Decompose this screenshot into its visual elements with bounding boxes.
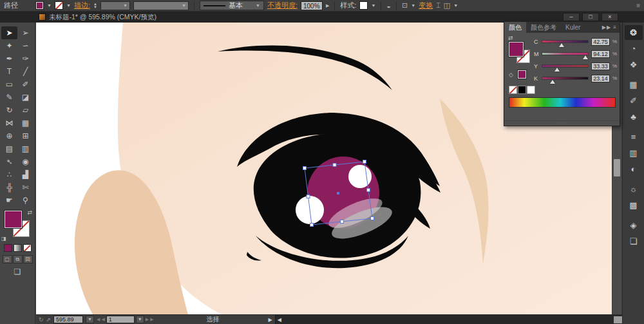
ink-brush-tool[interactable]: ✑ <box>17 52 33 65</box>
selection-center-point[interactable] <box>337 192 339 195</box>
mesh-tool[interactable]: ▤ <box>1 142 17 155</box>
slider-value-field[interactable]: 33.33 <box>591 62 610 70</box>
history-icon[interactable]: ↻ <box>39 316 44 323</box>
rotate-tool[interactable]: ↻ <box>1 104 17 117</box>
handle-bottom-center[interactable] <box>341 220 344 224</box>
last-artboard-icon[interactable]: ▶ <box>150 317 153 322</box>
stepper-down-icon[interactable]: ▼ <box>93 6 97 9</box>
previous-artboard-icon[interactable]: ◀ <box>101 317 104 322</box>
toolbar-fill-swatch[interactable] <box>5 211 22 228</box>
line-segment-tool[interactable]: ╱ <box>17 65 33 78</box>
artboard-number-field[interactable]: 1 <box>106 316 135 323</box>
none-mode-button[interactable] <box>23 244 32 252</box>
column-graph-tool[interactable]: ▟ <box>17 168 33 181</box>
screen-mode-button[interactable]: ❏ <box>12 267 23 278</box>
style-dropdown-icon[interactable]: ▼ <box>371 3 375 8</box>
panel-resize-grip[interactable]: ····· <box>504 120 620 126</box>
slider-value-field[interactable]: 23.14 <box>591 75 610 82</box>
gradient-panel-icon[interactable]: ▥ <box>625 146 643 160</box>
layers-panel-icon[interactable]: ◈ <box>625 218 643 233</box>
slider-thumb[interactable] <box>550 80 555 84</box>
zoom-level-field[interactable]: 595.89 <box>53 316 83 323</box>
handle-middle-left[interactable] <box>307 195 310 198</box>
opacity-dropdown-icon[interactable]: ▶ <box>326 3 329 8</box>
slider-track-c[interactable] <box>542 40 589 43</box>
collapse-panel-icon[interactable]: ▶▶ <box>602 24 611 30</box>
kuler-panel-icon[interactable]: ❖ <box>625 57 643 72</box>
next-artboard-icon[interactable]: ▶ <box>146 317 149 322</box>
artboard-dropdown-button[interactable]: ▼ <box>136 316 144 323</box>
draw-behind-button[interactable]: ⧉ <box>13 255 23 263</box>
handle-middle-right[interactable] <box>367 189 370 192</box>
symbols-panel-icon[interactable]: ♣ <box>625 110 643 124</box>
status-expand-icon[interactable]: ▶ <box>269 317 272 323</box>
graphic-styles-panel-icon[interactable]: ▩ <box>625 198 643 213</box>
stroke-weight-dropdown[interactable]: ▼ <box>100 1 130 10</box>
panel-menu-icon[interactable]: ≡ <box>613 24 617 30</box>
pen-tool[interactable]: ✒ <box>1 52 17 65</box>
eyedropper-tool[interactable]: ➴ <box>1 155 17 168</box>
swatches-panel-icon[interactable]: ▦ <box>625 77 643 92</box>
stroke-dropdown-icon[interactable]: ▼ <box>66 3 71 8</box>
handle-bottom-right[interactable] <box>371 217 374 220</box>
slider-thumb[interactable] <box>583 55 588 59</box>
shape-builder-tool[interactable]: ⊕ <box>1 129 17 142</box>
color-panel-icon[interactable]: ❂ <box>625 25 643 40</box>
scroll-left-icon[interactable]: ◀ <box>278 317 281 323</box>
highlight-circle-small[interactable] <box>348 165 372 188</box>
magic-wand-tool[interactable]: ✦ <box>1 39 17 52</box>
slider-track-y[interactable] <box>542 64 589 68</box>
type-tool[interactable]: T <box>1 65 17 78</box>
gradient-mode-button[interactable] <box>14 244 22 252</box>
slice-tool[interactable]: ✄ <box>17 181 33 194</box>
slider-track-m[interactable] <box>542 52 589 55</box>
paintbrush-tool[interactable]: ✐ <box>17 78 33 91</box>
slider-thumb[interactable] <box>559 43 564 47</box>
slider-value-field[interactable]: 42.75 <box>591 38 610 46</box>
draw-normal-button[interactable]: ▢ <box>3 255 12 263</box>
swap-fill-stroke-icon[interactable]: ⇄ <box>27 209 32 216</box>
handle-top-left[interactable] <box>303 167 307 170</box>
panel-swap-fill-stroke-icon[interactable]: ⇄ <box>508 35 513 41</box>
stroke-color-swatch[interactable] <box>55 1 63 10</box>
tab-kuler[interactable]: Kuler <box>561 22 585 33</box>
artboards-panel-icon[interactable]: ❏ <box>625 234 643 249</box>
gradient-tool[interactable]: ▥ <box>17 142 33 155</box>
stroke-panel-icon[interactable]: ≡ <box>625 129 643 144</box>
align-dropdown-icon[interactable]: ▼ <box>453 3 458 8</box>
color-mode-button[interactable] <box>4 244 12 252</box>
perspective-grid-tool[interactable]: ⊞ <box>17 129 33 142</box>
hand-tool[interactable]: ☛ <box>1 194 17 207</box>
recolor-artwork-icon[interactable]: ◒ <box>386 2 391 10</box>
stroke-weight-stepper[interactable]: ▲ ▼ <box>93 3 97 9</box>
first-artboard-icon[interactable]: ◀ <box>97 317 100 322</box>
transform-link[interactable]: 变换 <box>419 1 433 10</box>
gamut-color-swatch[interactable] <box>518 70 526 79</box>
maximize-button[interactable]: □ <box>582 13 599 21</box>
symbol-sprayer-tool[interactable]: ∴ <box>1 168 17 181</box>
lasso-tool[interactable]: ∽ <box>17 39 33 52</box>
panel-fill-swatch[interactable] <box>509 42 524 57</box>
black-swatch[interactable] <box>518 86 526 94</box>
arrange-documents-icon[interactable]: ⇗ <box>46 316 52 323</box>
pencil-tool[interactable]: ✎ <box>1 91 17 104</box>
minimize-button[interactable]: – <box>563 13 580 21</box>
fill-dropdown-icon[interactable]: ▼ <box>47 3 52 8</box>
artboard-tool[interactable]: ╬ <box>1 181 17 194</box>
handle-top-right[interactable] <box>363 160 366 164</box>
stroke-link[interactable]: 描边: <box>74 1 90 10</box>
draw-inside-button[interactable]: 回 <box>23 255 33 263</box>
zoom-dropdown-button[interactable]: ▼ <box>86 316 94 323</box>
tab-color-guide[interactable]: 颜色参考 <box>526 22 561 33</box>
free-transform-tool[interactable]: ▦ <box>17 117 33 129</box>
zoom-tool[interactable]: ⚲ <box>17 194 33 207</box>
handle-bottom-left[interactable] <box>310 224 314 227</box>
style-swatch[interactable] <box>359 1 368 10</box>
fill-color-swatch[interactable] <box>35 1 44 10</box>
opacity-link[interactable]: 不透明度: <box>267 1 298 10</box>
blend-tool[interactable]: ◉ <box>17 155 33 168</box>
brush-definition-dropdown[interactable]: 基本 ▼ <box>200 1 264 10</box>
direct-selection-tool[interactable]: ➢ <box>17 26 33 39</box>
select-similar-icon[interactable]: ⊡ <box>402 1 408 10</box>
appearance-panel-icon[interactable]: ☼ <box>625 182 643 196</box>
